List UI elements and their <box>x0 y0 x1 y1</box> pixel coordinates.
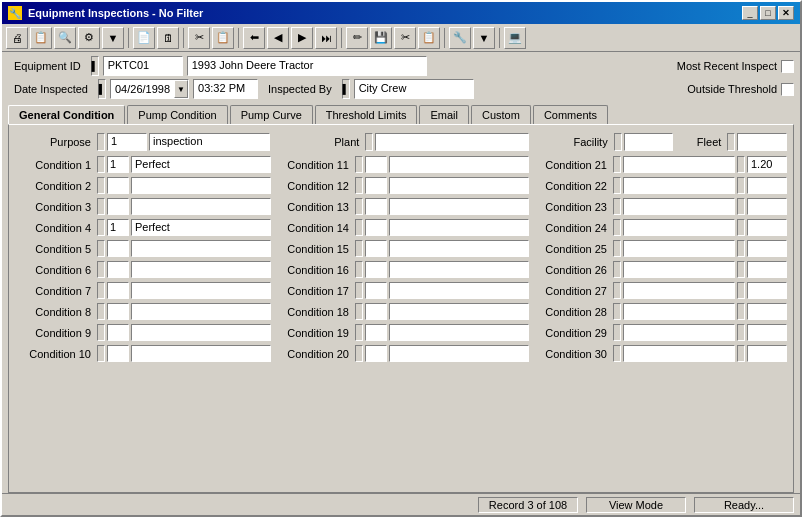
toolbar-tools[interactable]: 🔧 <box>449 27 471 49</box>
condition-num-input[interactable] <box>107 240 129 257</box>
facility-value-input[interactable] <box>623 324 735 341</box>
condition-value-input[interactable] <box>389 303 529 320</box>
condition-value-input[interactable]: Perfect <box>131 156 271 173</box>
crew-field[interactable]: City Crew <box>354 79 474 99</box>
date-dropdown-arrow[interactable]: ▼ <box>174 80 188 98</box>
purpose-value-input[interactable]: inspection <box>149 133 270 151</box>
toolbar-settings[interactable]: ⚙ <box>78 27 100 49</box>
condition-value-input[interactable] <box>131 240 271 257</box>
condition-value-input[interactable] <box>389 261 529 278</box>
tab-custom[interactable]: Custom <box>471 105 531 124</box>
equipment-desc-field[interactable]: 1993 John Deere Tractor <box>187 56 427 76</box>
condition-num-input[interactable] <box>365 261 387 278</box>
toolbar-paste2[interactable]: 📋 <box>418 27 440 49</box>
facility-value-input[interactable] <box>623 282 735 299</box>
condition-num-input[interactable]: 1 <box>107 156 129 173</box>
toolbar-save[interactable]: 💾 <box>370 27 392 49</box>
plant-header-input[interactable] <box>375 133 528 151</box>
fleet-value-input[interactable] <box>747 345 787 362</box>
condition-value-input[interactable] <box>131 177 271 194</box>
condition-num-input[interactable]: 1 <box>107 219 129 236</box>
condition-num-input[interactable] <box>107 198 129 215</box>
condition-value-input[interactable] <box>131 198 271 215</box>
toolbar-cut2[interactable]: ✂ <box>394 27 416 49</box>
toolbar-nav-last[interactable]: ⏭ <box>315 27 337 49</box>
facility-value-input[interactable] <box>623 198 735 215</box>
fleet-value-input[interactable]: 1.20 <box>747 156 787 173</box>
tab-pump-curve[interactable]: Pump Curve <box>230 105 313 124</box>
toolbar-edit[interactable]: ✏ <box>346 27 368 49</box>
condition-num-input[interactable] <box>365 219 387 236</box>
facility-value-input[interactable] <box>623 156 735 173</box>
condition-value-input[interactable] <box>389 198 529 215</box>
tab-threshold-limits[interactable]: Threshold Limits <box>315 105 418 124</box>
condition-value-input[interactable] <box>389 240 529 257</box>
toolbar-nav-next[interactable]: ▶ <box>291 27 313 49</box>
facility-value-input[interactable] <box>623 303 735 320</box>
toolbar-copy[interactable]: 📋 <box>30 27 52 49</box>
condition-value-input[interactable] <box>131 345 271 362</box>
condition-value-input[interactable] <box>389 282 529 299</box>
toolbar-calendar[interactable]: 🗓 <box>157 27 179 49</box>
minimize-button[interactable]: _ <box>742 6 758 20</box>
time-field[interactable]: 03:32 PM <box>193 79 258 99</box>
facility-value-input[interactable] <box>623 177 735 194</box>
facility-header-input[interactable] <box>624 133 674 151</box>
condition-num-input[interactable] <box>365 156 387 173</box>
purpose-num-input[interactable]: 1 <box>107 133 147 151</box>
tab-email[interactable]: Email <box>419 105 469 124</box>
fleet-value-input[interactable] <box>747 219 787 236</box>
condition-value-input[interactable] <box>131 261 271 278</box>
condition-num-input[interactable] <box>365 345 387 362</box>
toolbar-paste[interactable]: 📋 <box>212 27 234 49</box>
condition-num-input[interactable] <box>365 177 387 194</box>
condition-num-input[interactable] <box>107 324 129 341</box>
close-button[interactable]: ✕ <box>778 6 794 20</box>
condition-value-input[interactable]: Perfect <box>131 219 271 236</box>
toolbar-monitor[interactable]: 💻 <box>504 27 526 49</box>
condition-value-input[interactable] <box>131 303 271 320</box>
condition-value-input[interactable] <box>389 219 529 236</box>
facility-value-input[interactable] <box>623 240 735 257</box>
condition-num-input[interactable] <box>365 324 387 341</box>
tab-pump-condition[interactable]: Pump Condition <box>127 105 227 124</box>
toolbar-nav-prev[interactable]: ◀ <box>267 27 289 49</box>
facility-value-input[interactable] <box>623 219 735 236</box>
outside-threshold-checkbox[interactable] <box>781 83 794 96</box>
toolbar-search[interactable]: 🔍 <box>54 27 76 49</box>
fleet-value-input[interactable] <box>747 240 787 257</box>
toolbar-nav-first[interactable]: ⬅ <box>243 27 265 49</box>
toolbar-doc[interactable]: 📄 <box>133 27 155 49</box>
toolbar-dropdown2[interactable]: ▼ <box>473 27 495 49</box>
fleet-value-input[interactable] <box>747 198 787 215</box>
toolbar-print[interactable]: 🖨 <box>6 27 28 49</box>
condition-value-input[interactable] <box>131 282 271 299</box>
condition-value-input[interactable] <box>389 177 529 194</box>
condition-value-input[interactable] <box>389 345 529 362</box>
fleet-value-input[interactable] <box>747 303 787 320</box>
condition-num-input[interactable] <box>365 240 387 257</box>
condition-num-input[interactable] <box>107 345 129 362</box>
fleet-value-input[interactable] <box>747 282 787 299</box>
fleet-value-input[interactable] <box>747 177 787 194</box>
toolbar-filter-dropdown[interactable]: ▼ <box>102 27 124 49</box>
condition-num-input[interactable] <box>107 261 129 278</box>
condition-value-input[interactable] <box>131 324 271 341</box>
fleet-value-input[interactable] <box>747 324 787 341</box>
tab-general-condition[interactable]: General Condition <box>8 105 125 124</box>
facility-value-input[interactable] <box>623 261 735 278</box>
date-field[interactable]: 04/26/1998 ▼ <box>110 79 189 99</box>
condition-num-input[interactable] <box>365 198 387 215</box>
condition-num-input[interactable] <box>365 303 387 320</box>
condition-value-input[interactable] <box>389 324 529 341</box>
most-recent-checkbox[interactable] <box>781 60 794 73</box>
fleet-value-input[interactable] <box>747 261 787 278</box>
tab-comments[interactable]: Comments <box>533 105 608 124</box>
condition-value-input[interactable] <box>389 156 529 173</box>
condition-num-input[interactable] <box>107 303 129 320</box>
equipment-id-field[interactable]: PKTC01 <box>103 56 183 76</box>
condition-num-input[interactable] <box>107 282 129 299</box>
maximize-button[interactable]: □ <box>760 6 776 20</box>
condition-num-input[interactable] <box>365 282 387 299</box>
condition-num-input[interactable] <box>107 177 129 194</box>
